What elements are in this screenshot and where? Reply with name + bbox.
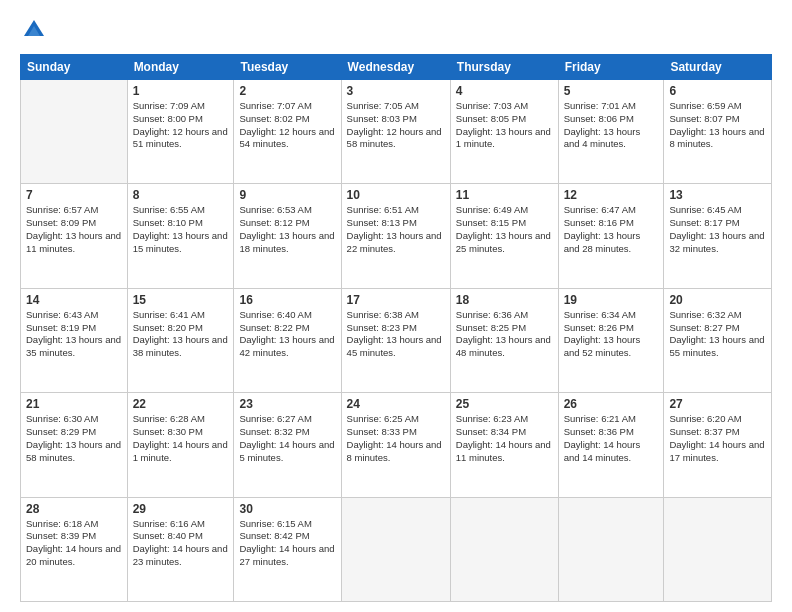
calendar-cell: 17Sunrise: 6:38 AM Sunset: 8:23 PM Dayli…: [341, 288, 450, 392]
day-info: Sunrise: 7:09 AM Sunset: 8:00 PM Dayligh…: [133, 100, 229, 151]
calendar-header-row: SundayMondayTuesdayWednesdayThursdayFrid…: [21, 55, 772, 80]
day-info: Sunrise: 6:27 AM Sunset: 8:32 PM Dayligh…: [239, 413, 335, 464]
day-number: 16: [239, 293, 335, 307]
day-info: Sunrise: 6:57 AM Sunset: 8:09 PM Dayligh…: [26, 204, 122, 255]
day-info: Sunrise: 6:47 AM Sunset: 8:16 PM Dayligh…: [564, 204, 659, 255]
day-info: Sunrise: 6:34 AM Sunset: 8:26 PM Dayligh…: [564, 309, 659, 360]
day-number: 1: [133, 84, 229, 98]
day-number: 13: [669, 188, 766, 202]
day-number: 14: [26, 293, 122, 307]
calendar-cell: 9Sunrise: 6:53 AM Sunset: 8:12 PM Daylig…: [234, 184, 341, 288]
calendar-cell: 22Sunrise: 6:28 AM Sunset: 8:30 PM Dayli…: [127, 393, 234, 497]
calendar-cell: [664, 497, 772, 601]
calendar-cell: 29Sunrise: 6:16 AM Sunset: 8:40 PM Dayli…: [127, 497, 234, 601]
day-number: 22: [133, 397, 229, 411]
calendar-cell: 10Sunrise: 6:51 AM Sunset: 8:13 PM Dayli…: [341, 184, 450, 288]
calendar-cell: 20Sunrise: 6:32 AM Sunset: 8:27 PM Dayli…: [664, 288, 772, 392]
day-info: Sunrise: 6:38 AM Sunset: 8:23 PM Dayligh…: [347, 309, 445, 360]
day-info: Sunrise: 6:25 AM Sunset: 8:33 PM Dayligh…: [347, 413, 445, 464]
calendar-week-3: 14Sunrise: 6:43 AM Sunset: 8:19 PM Dayli…: [21, 288, 772, 392]
calendar-cell: 15Sunrise: 6:41 AM Sunset: 8:20 PM Dayli…: [127, 288, 234, 392]
calendar-table: SundayMondayTuesdayWednesdayThursdayFrid…: [20, 54, 772, 602]
day-number: 2: [239, 84, 335, 98]
day-info: Sunrise: 6:15 AM Sunset: 8:42 PM Dayligh…: [239, 518, 335, 569]
day-number: 18: [456, 293, 553, 307]
calendar-cell: 14Sunrise: 6:43 AM Sunset: 8:19 PM Dayli…: [21, 288, 128, 392]
calendar-header-tuesday: Tuesday: [234, 55, 341, 80]
calendar-cell: 4Sunrise: 7:03 AM Sunset: 8:05 PM Daylig…: [450, 80, 558, 184]
day-info: Sunrise: 7:03 AM Sunset: 8:05 PM Dayligh…: [456, 100, 553, 151]
day-number: 24: [347, 397, 445, 411]
calendar-cell: 1Sunrise: 7:09 AM Sunset: 8:00 PM Daylig…: [127, 80, 234, 184]
day-number: 11: [456, 188, 553, 202]
day-number: 19: [564, 293, 659, 307]
day-info: Sunrise: 6:41 AM Sunset: 8:20 PM Dayligh…: [133, 309, 229, 360]
day-info: Sunrise: 6:45 AM Sunset: 8:17 PM Dayligh…: [669, 204, 766, 255]
calendar-week-5: 28Sunrise: 6:18 AM Sunset: 8:39 PM Dayli…: [21, 497, 772, 601]
calendar-cell: 27Sunrise: 6:20 AM Sunset: 8:37 PM Dayli…: [664, 393, 772, 497]
day-number: 21: [26, 397, 122, 411]
day-number: 10: [347, 188, 445, 202]
calendar-cell: 25Sunrise: 6:23 AM Sunset: 8:34 PM Dayli…: [450, 393, 558, 497]
day-number: 15: [133, 293, 229, 307]
day-info: Sunrise: 6:40 AM Sunset: 8:22 PM Dayligh…: [239, 309, 335, 360]
day-number: 4: [456, 84, 553, 98]
calendar-header-saturday: Saturday: [664, 55, 772, 80]
calendar-header-wednesday: Wednesday: [341, 55, 450, 80]
calendar-cell: 19Sunrise: 6:34 AM Sunset: 8:26 PM Dayli…: [558, 288, 664, 392]
day-number: 27: [669, 397, 766, 411]
calendar-cell: 28Sunrise: 6:18 AM Sunset: 8:39 PM Dayli…: [21, 497, 128, 601]
day-info: Sunrise: 6:43 AM Sunset: 8:19 PM Dayligh…: [26, 309, 122, 360]
calendar-cell: 16Sunrise: 6:40 AM Sunset: 8:22 PM Dayli…: [234, 288, 341, 392]
calendar-header-monday: Monday: [127, 55, 234, 80]
generalblue-logo-icon: [20, 16, 48, 44]
calendar-cell: 18Sunrise: 6:36 AM Sunset: 8:25 PM Dayli…: [450, 288, 558, 392]
day-number: 12: [564, 188, 659, 202]
day-info: Sunrise: 6:21 AM Sunset: 8:36 PM Dayligh…: [564, 413, 659, 464]
calendar-cell: 30Sunrise: 6:15 AM Sunset: 8:42 PM Dayli…: [234, 497, 341, 601]
calendar-header-friday: Friday: [558, 55, 664, 80]
logo: [20, 16, 52, 44]
day-info: Sunrise: 6:18 AM Sunset: 8:39 PM Dayligh…: [26, 518, 122, 569]
day-info: Sunrise: 6:20 AM Sunset: 8:37 PM Dayligh…: [669, 413, 766, 464]
calendar-cell: 21Sunrise: 6:30 AM Sunset: 8:29 PM Dayli…: [21, 393, 128, 497]
calendar-cell: [341, 497, 450, 601]
header: [20, 16, 772, 44]
page: SundayMondayTuesdayWednesdayThursdayFrid…: [0, 0, 792, 612]
day-info: Sunrise: 7:05 AM Sunset: 8:03 PM Dayligh…: [347, 100, 445, 151]
calendar-week-1: 1Sunrise: 7:09 AM Sunset: 8:00 PM Daylig…: [21, 80, 772, 184]
day-number: 17: [347, 293, 445, 307]
calendar-week-2: 7Sunrise: 6:57 AM Sunset: 8:09 PM Daylig…: [21, 184, 772, 288]
calendar-cell: 24Sunrise: 6:25 AM Sunset: 8:33 PM Dayli…: [341, 393, 450, 497]
day-info: Sunrise: 6:59 AM Sunset: 8:07 PM Dayligh…: [669, 100, 766, 151]
calendar-cell: 2Sunrise: 7:07 AM Sunset: 8:02 PM Daylig…: [234, 80, 341, 184]
day-info: Sunrise: 7:01 AM Sunset: 8:06 PM Dayligh…: [564, 100, 659, 151]
calendar-cell: 3Sunrise: 7:05 AM Sunset: 8:03 PM Daylig…: [341, 80, 450, 184]
calendar-week-4: 21Sunrise: 6:30 AM Sunset: 8:29 PM Dayli…: [21, 393, 772, 497]
calendar-cell: [450, 497, 558, 601]
calendar-cell: 23Sunrise: 6:27 AM Sunset: 8:32 PM Dayli…: [234, 393, 341, 497]
calendar-cell: 5Sunrise: 7:01 AM Sunset: 8:06 PM Daylig…: [558, 80, 664, 184]
day-number: 29: [133, 502, 229, 516]
day-info: Sunrise: 7:07 AM Sunset: 8:02 PM Dayligh…: [239, 100, 335, 151]
day-number: 23: [239, 397, 335, 411]
day-number: 5: [564, 84, 659, 98]
calendar-cell: 7Sunrise: 6:57 AM Sunset: 8:09 PM Daylig…: [21, 184, 128, 288]
calendar-cell: [21, 80, 128, 184]
day-info: Sunrise: 6:16 AM Sunset: 8:40 PM Dayligh…: [133, 518, 229, 569]
day-info: Sunrise: 6:32 AM Sunset: 8:27 PM Dayligh…: [669, 309, 766, 360]
day-number: 30: [239, 502, 335, 516]
day-info: Sunrise: 6:53 AM Sunset: 8:12 PM Dayligh…: [239, 204, 335, 255]
day-info: Sunrise: 6:55 AM Sunset: 8:10 PM Dayligh…: [133, 204, 229, 255]
day-number: 8: [133, 188, 229, 202]
day-info: Sunrise: 6:30 AM Sunset: 8:29 PM Dayligh…: [26, 413, 122, 464]
day-number: 20: [669, 293, 766, 307]
day-info: Sunrise: 6:51 AM Sunset: 8:13 PM Dayligh…: [347, 204, 445, 255]
day-number: 6: [669, 84, 766, 98]
calendar-cell: 13Sunrise: 6:45 AM Sunset: 8:17 PM Dayli…: [664, 184, 772, 288]
day-number: 7: [26, 188, 122, 202]
day-info: Sunrise: 6:49 AM Sunset: 8:15 PM Dayligh…: [456, 204, 553, 255]
day-info: Sunrise: 6:28 AM Sunset: 8:30 PM Dayligh…: [133, 413, 229, 464]
calendar-header-sunday: Sunday: [21, 55, 128, 80]
day-number: 28: [26, 502, 122, 516]
